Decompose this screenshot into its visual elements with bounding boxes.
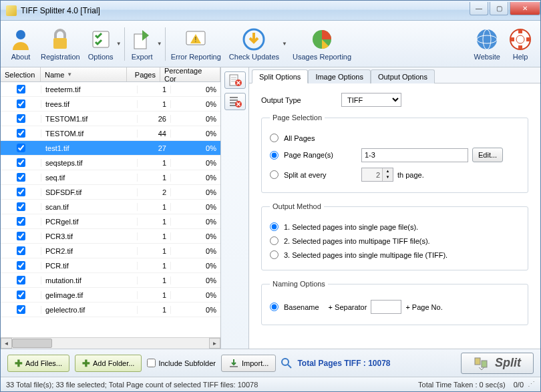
about-button[interactable]: About [5, 23, 37, 65]
file-percentage: 0% [170, 232, 220, 240]
output-type-select[interactable]: TIFF [341, 93, 401, 107]
grid-body[interactable]: treeterm.tif10%trees.tif10%TESTOM1.tif26… [1, 82, 220, 337]
close-button[interactable]: ✕ [510, 2, 540, 15]
maximize-button[interactable]: ▢ [490, 2, 508, 15]
file-pages: 44 [137, 130, 170, 138]
svg-rect-27 [230, 366, 238, 367]
all-pages-radio[interactable] [270, 134, 279, 142]
table-row[interactable]: gelimage.tif10% [1, 288, 220, 303]
row-checkbox[interactable] [17, 202, 25, 211]
help-button[interactable]: Help [504, 23, 536, 65]
export-dropdown[interactable]: ▼ [157, 41, 164, 47]
table-row[interactable]: mutation.tif10% [1, 273, 220, 288]
spinner-up[interactable]: ▲ [383, 168, 393, 174]
table-row[interactable]: TESTOM.tif440% [1, 126, 220, 141]
table-row[interactable]: PCR3.tif10% [1, 229, 220, 244]
edit-range-button[interactable]: Edit... [472, 148, 503, 162]
spinner-down[interactable]: ▼ [383, 174, 393, 180]
options-dropdown[interactable]: ▼ [116, 41, 123, 47]
file-percentage: 0% [170, 188, 220, 196]
website-button[interactable]: Website [470, 23, 504, 65]
export-button[interactable]: Export [126, 23, 158, 65]
updates-dropdown[interactable]: ▼ [282, 41, 289, 47]
usages-reporting-button[interactable]: Usages Reporting [289, 23, 355, 65]
add-files-button[interactable]: ✚Add Files... [7, 355, 69, 372]
method3-radio[interactable] [270, 250, 279, 259]
row-checkbox[interactable] [17, 100, 25, 108]
row-checkbox[interactable] [17, 173, 25, 182]
registration-button[interactable]: Registration [37, 23, 84, 65]
table-row[interactable]: gelelectro.tif10% [1, 303, 220, 317]
user-icon [9, 27, 33, 51]
table-row[interactable]: TESTOM1.tif260% [1, 112, 220, 126]
file-pages: 1 [137, 203, 170, 211]
row-checkbox[interactable] [17, 276, 25, 284]
split-button[interactable]: Split [461, 353, 534, 374]
table-row[interactable]: seq.tif10% [1, 170, 220, 185]
row-checkbox[interactable] [17, 144, 25, 152]
file-pages: 1 [137, 291, 170, 299]
remove-all-button[interactable] [224, 93, 246, 110]
tab-output-options[interactable]: Output Options [371, 69, 435, 83]
row-checkbox[interactable] [17, 217, 25, 226]
method2-radio[interactable] [270, 236, 279, 245]
file-name: gelimage.tif [41, 291, 137, 299]
svg-rect-1 [53, 38, 67, 49]
svg-point-8 [477, 29, 497, 49]
table-row[interactable]: PCRgel.tif10% [1, 214, 220, 229]
scroll-left-arrow[interactable]: ◄ [1, 338, 12, 349]
file-percentage: 0% [170, 247, 220, 255]
error-reporting-button[interactable]: ! Error Reporting [167, 23, 225, 65]
row-checkbox[interactable] [17, 246, 25, 255]
check-updates-button[interactable]: Check Updates [225, 23, 283, 65]
separator-input[interactable] [371, 300, 401, 314]
col-percentage[interactable]: Percentage Cor [160, 67, 220, 81]
table-row[interactable]: SDFSDF.tif20% [1, 185, 220, 200]
row-checkbox[interactable] [17, 305, 25, 314]
split-every-radio[interactable] [270, 170, 279, 179]
col-pages[interactable]: Pages [127, 67, 160, 81]
file-name: PCR3.tif [41, 232, 137, 240]
include-subfolder-check[interactable]: Include Subfolder [147, 359, 216, 367]
file-name: PCR2.tif [41, 247, 137, 255]
scroll-right-arrow[interactable]: ► [209, 338, 220, 349]
table-row[interactable]: scan.tif10% [1, 200, 220, 214]
scroll-thumb[interactable] [12, 339, 52, 348]
table-row[interactable]: PCR2.tif10% [1, 244, 220, 258]
file-name: TESTOM1.tif [41, 115, 137, 123]
row-checkbox[interactable] [17, 290, 25, 299]
page-range-input[interactable] [361, 148, 468, 162]
add-folder-button[interactable]: ✚Add Folder... [75, 355, 142, 372]
svg-rect-30 [475, 358, 480, 365]
minimize-button[interactable]: — [470, 2, 488, 15]
table-row[interactable]: test1.tif270% [1, 141, 220, 156]
row-checkbox[interactable] [17, 85, 25, 93]
file-pages: 1 [137, 276, 170, 284]
row-checkbox[interactable] [17, 114, 25, 123]
import-button[interactable]: Import... [221, 355, 276, 372]
table-row[interactable]: trees.tif10% [1, 97, 220, 112]
tab-image-options[interactable]: Image Options [308, 69, 371, 83]
split-icon [474, 355, 490, 371]
file-name: gelelectro.tif [41, 306, 137, 314]
page-ranges-radio[interactable] [270, 151, 279, 160]
row-checkbox[interactable] [17, 158, 25, 167]
row-checkbox[interactable] [17, 188, 25, 196]
split-every-spinner[interactable]: ▲▼ [361, 168, 393, 182]
col-selection[interactable]: Selection [1, 67, 41, 81]
magnifier-icon[interactable] [281, 358, 292, 369]
basename-radio[interactable] [270, 303, 279, 311]
horizontal-scrollbar[interactable]: ◄ ► [1, 337, 220, 349]
row-checkbox[interactable] [17, 232, 25, 240]
row-checkbox[interactable] [17, 129, 25, 138]
remove-item-button[interactable] [224, 71, 246, 89]
col-name[interactable]: Name▼ [41, 67, 127, 81]
table-row[interactable]: seqsteps.tif10% [1, 156, 220, 170]
row-checkbox[interactable] [17, 261, 25, 270]
table-row[interactable]: PCR.tif10% [1, 258, 220, 273]
tab-split-options[interactable]: Split Options [252, 69, 308, 83]
options-button[interactable]: Options [84, 23, 118, 65]
method1-radio[interactable] [270, 222, 279, 231]
lifebuoy-icon [508, 27, 532, 51]
table-row[interactable]: treeterm.tif10% [1, 82, 220, 97]
